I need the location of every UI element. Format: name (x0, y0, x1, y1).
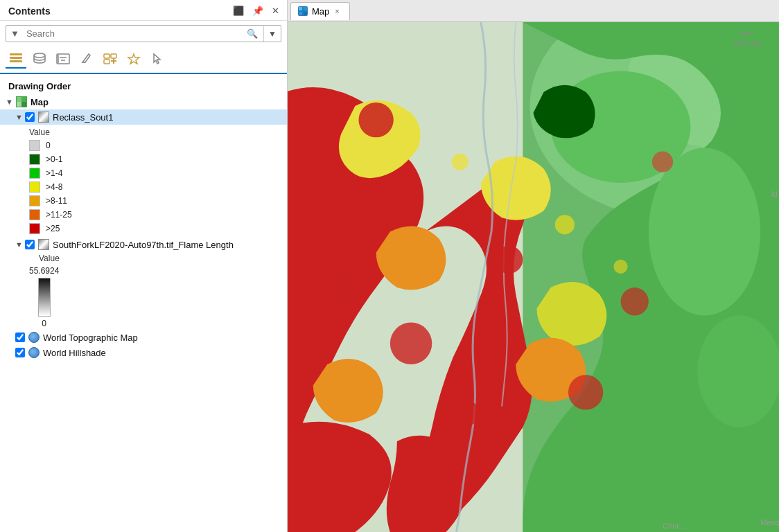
svg-text:Mesquit: Mesquit (760, 518, 779, 526)
southfork-legend-header: Value (29, 252, 287, 265)
map-tab-icon (298, 6, 308, 16)
bookmark-button[interactable] (123, 50, 144, 68)
tab-bar: Map × (288, 0, 779, 22)
reclass-checkbox[interactable] (25, 112, 35, 122)
layer-toolbar (0, 46, 287, 74)
southfork-layer-icon (37, 238, 50, 251)
svg-point-28 (495, 246, 523, 274)
southfork-legend: Value 55.6924 0 (0, 252, 287, 328)
right-panel: Map × (288, 0, 779, 532)
drawing-order-label: Drawing Order (0, 77, 287, 94)
search-dropdown-icon[interactable]: ▼ (263, 26, 281, 42)
world-hillshade-label: World Hillshade (43, 348, 106, 358)
panel-header: Contents ⬛ 📌 ✕ (0, 0, 287, 21)
map-group-label: Map (30, 97, 49, 107)
svg-rect-11 (104, 60, 110, 64)
legend-color-2 (29, 168, 40, 179)
svg-point-32 (568, 375, 603, 409)
world-hillshade-item[interactable]: ▶ World Hillshade (0, 345, 287, 360)
svg-point-25 (649, 148, 760, 315)
svg-rect-1 (10, 57, 22, 59)
svg-marker-14 (128, 54, 139, 64)
svg-rect-19 (304, 12, 307, 15)
search-button[interactable]: 🔍 (241, 26, 263, 42)
svg-point-34 (652, 152, 673, 172)
svg-point-31 (455, 400, 480, 425)
legend-label-3: >4-8 (46, 182, 62, 192)
map-tab[interactable]: Map × (290, 2, 350, 20)
world-topo-icon (28, 331, 40, 344)
svg-point-36 (555, 215, 575, 234)
edit-button[interactable] (76, 50, 97, 68)
svg-rect-9 (104, 54, 110, 58)
gradient-min-label: 0 (42, 319, 46, 328)
legend-label-2: >1-4 (46, 168, 62, 178)
reclass-layer-icon (37, 111, 50, 123)
svg-point-29 (390, 323, 432, 364)
legend-item-6: >25 (19, 222, 287, 236)
world-topo-checkbox[interactable] (15, 332, 25, 342)
map-svg: lpec Mountai Chur... Mesquit ld (288, 22, 779, 532)
svg-point-3 (34, 53, 45, 57)
reclass-layer-item[interactable]: ▼ Reclass_Sout1 (0, 109, 287, 125)
filter-layer-button[interactable] (53, 50, 73, 68)
legend-item-5: >11-25 (19, 208, 287, 222)
legend-item-0: 0 (19, 139, 287, 152)
legend-item-2: >1-4 (19, 166, 287, 180)
svg-point-33 (621, 287, 649, 315)
list-view-button[interactable] (6, 49, 26, 69)
database-button[interactable] (29, 50, 50, 68)
southfork-layer-label: SouthForkLF2020-Auto97th.tif_Flame Lengt… (53, 240, 234, 250)
map-group-icon (15, 96, 28, 108)
close-panel-icon[interactable]: ✕ (270, 4, 281, 17)
svg-text:lpec: lpec (739, 29, 754, 37)
svg-point-27 (358, 103, 393, 137)
contents-area: Drawing Order ▼ Map ▼ Reclass_Sout1 Valu… (0, 74, 287, 532)
svg-point-37 (613, 260, 627, 274)
contents-panel: Contents ⬛ 📌 ✕ ▼ 🔍 ▼ (0, 0, 288, 532)
map-canvas[interactable]: lpec Mountai Chur... Mesquit ld (288, 22, 779, 532)
tab-close-button[interactable]: × (333, 6, 340, 16)
legend-label-0: 0 (46, 141, 51, 150)
southfork-checkbox[interactable] (25, 240, 35, 249)
svg-text:Mountai: Mountai (734, 39, 761, 47)
search-input[interactable] (24, 26, 241, 42)
svg-point-26 (697, 315, 779, 427)
svg-text:ld: ld (771, 190, 778, 198)
world-topo-label: World Topographic Map (43, 332, 138, 343)
svg-rect-16 (299, 7, 302, 10)
svg-rect-18 (299, 12, 302, 15)
add-layer-button[interactable] (100, 50, 121, 68)
svg-point-30 (333, 272, 363, 303)
pin-icon[interactable]: ⬛ (231, 4, 246, 17)
legend-color-5 (29, 209, 40, 220)
map-group-item[interactable]: ▼ Map (0, 94, 287, 109)
southfork-expand-arrow[interactable]: ▼ (15, 240, 25, 249)
reclass-legend: Value 0 >0-1 >1-4 >4-8 >8-11 (0, 125, 287, 237)
select-button[interactable] (147, 50, 168, 68)
filter-icon[interactable]: ▼ (6, 26, 24, 42)
legend-color-0 (29, 140, 40, 151)
map-tab-label: Map (312, 6, 329, 17)
world-topo-item[interactable]: ▶ World Topographic Map (0, 330, 287, 345)
legend-label-5: >11-25 (46, 210, 72, 220)
legend-label-6: >25 (46, 224, 60, 233)
svg-rect-17 (304, 7, 307, 10)
reclass-expand-arrow[interactable]: ▼ (15, 113, 25, 121)
gradient-bar (38, 278, 51, 317)
panel-title: Contents (8, 6, 51, 17)
svg-point-35 (452, 154, 469, 170)
legend-color-1 (29, 154, 40, 165)
legend-item-1: >0-1 (19, 152, 287, 166)
auto-hide-icon[interactable]: 📌 (250, 4, 265, 17)
svg-rect-10 (111, 54, 116, 58)
panel-header-icons: ⬛ 📌 ✕ (231, 4, 281, 17)
map-expand-arrow[interactable]: ▼ (6, 98, 15, 106)
legend-item-4: >8-11 (19, 194, 287, 208)
southfork-layer-item[interactable]: ▼ SouthForkLF2020-Auto97th.tif_Flame Len… (0, 237, 287, 252)
legend-color-6 (29, 223, 40, 234)
svg-rect-0 (10, 53, 22, 55)
svg-text:Chur...: Chur... (663, 522, 685, 530)
world-hillshade-checkbox[interactable] (15, 348, 25, 357)
world-hillshade-icon (28, 346, 40, 359)
